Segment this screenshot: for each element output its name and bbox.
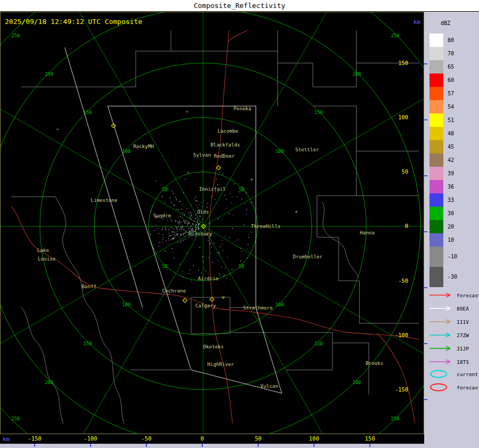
town-label: Okotoks: [203, 344, 224, 349]
colorbar-value: 36: [448, 180, 454, 193]
x-axis-label: -150: [28, 435, 41, 442]
ellipse-legend-label: forecast: [457, 385, 479, 390]
range-label: 100: [122, 302, 131, 307]
town-label: RockyMH: [133, 143, 154, 149]
town-label: Didsbury: [188, 231, 212, 237]
arrow-icon: [428, 345, 454, 352]
y-axis-label: 50: [402, 169, 408, 175]
arrow-icon: [428, 319, 454, 325]
colorbar-swatch: [430, 153, 443, 167]
town-label: Hanna: [360, 230, 375, 235]
range-label: 200: [353, 71, 361, 77]
arrow-icon: [428, 292, 454, 298]
axis-tick: [424, 119, 427, 120]
colorbar-swatch: [430, 233, 443, 247]
radar-map[interactable]: 5050505010010010010015015015015020020020…: [1, 12, 425, 435]
town-label: Blackfalds: [211, 142, 241, 148]
town-label: Airdrie: [198, 275, 219, 281]
colorbar-swatch: [430, 127, 443, 140]
site-diamond-icon: [217, 166, 221, 170]
colorbar-swatch: [430, 74, 443, 87]
colorbar-swatch: [430, 87, 443, 100]
map-marker: .: [154, 177, 157, 182]
town-label: RedDeer: [214, 153, 235, 159]
vector-legend-item: 18TS: [428, 357, 469, 366]
colorbar-value: -10: [448, 247, 457, 267]
map-marker: .: [247, 241, 250, 246]
axis-tick: [424, 175, 427, 176]
colorbar-value: 65: [448, 60, 454, 74]
town-label: Lacombe: [218, 128, 238, 134]
axis-tick: [424, 343, 427, 344]
colorbar-swatch: [430, 113, 443, 127]
range-label: 250: [391, 33, 400, 38]
y-axis-label: 0: [405, 223, 408, 229]
map-marker: *: [250, 178, 253, 183]
colorbar-swatch: [430, 207, 443, 220]
axis-tick: [424, 287, 427, 288]
arrow-icon: [428, 332, 454, 338]
colorbar-title: dBZ: [441, 20, 450, 26]
x-axis-label: 50: [255, 435, 262, 442]
colorbar-swatch: [430, 47, 443, 60]
range-label: 250: [11, 33, 20, 38]
axis-tick: [258, 444, 259, 447]
ellipse-icon: [428, 370, 454, 378]
axis-tick: [424, 399, 427, 400]
town-label: Banff: [82, 283, 97, 289]
town-label: Stettler: [295, 146, 319, 152]
colorbar-swatch: [430, 193, 443, 207]
colorbar-value: 54: [448, 100, 454, 113]
colorbar-swatch: [430, 34, 443, 47]
range-label: 150: [315, 110, 323, 115]
town-label: Louise: [38, 256, 56, 262]
range-label: 100: [276, 149, 284, 154]
x-axis-label: -50: [142, 435, 152, 442]
colorbar-swatch: [430, 180, 443, 193]
map-marker: ^: [56, 128, 59, 133]
range-label: 150: [84, 110, 92, 115]
vector-legend-item: 111V: [428, 317, 469, 326]
colorbar-swatch: [430, 167, 443, 180]
colorbar-value: 57: [448, 87, 454, 100]
town-label: Innisfail: [199, 186, 226, 192]
map-marker: ^: [186, 110, 188, 116]
vector-legend-label: 111V: [457, 319, 469, 325]
town-label: Cochrane: [162, 288, 186, 294]
vector-legend-label: forecast: [457, 292, 479, 298]
site-diamond-icon: [183, 298, 187, 303]
range-label: 200: [45, 380, 54, 385]
town-label: Vulcan: [260, 383, 278, 389]
y-axis-unit: km: [414, 19, 420, 26]
map-marker: v: [222, 295, 225, 300]
colorbar-value: 51: [448, 113, 454, 127]
axis-tick: [424, 63, 427, 64]
colorbar-value: -30: [448, 267, 457, 287]
vector-legend-label: 31JP: [457, 346, 469, 352]
colorbar-swatch: [430, 247, 443, 267]
range-label: 250: [391, 416, 400, 421]
range-rings: [1, 12, 425, 435]
range-label: 50: [162, 264, 168, 269]
colorbar-value: 70: [448, 47, 454, 60]
range-label: 50: [238, 264, 244, 269]
range-ring-labels: 5050505010010010010015015015015020020020…: [11, 33, 399, 421]
town-label: ThreeHills: [251, 223, 280, 229]
window-title: Composite_Reflectivity: [0, 0, 479, 12]
town-label: Ponoka: [234, 105, 251, 111]
axis-tick: [424, 231, 427, 232]
colorbar-swatch: [430, 100, 443, 113]
ellipse-legend-label: current: [457, 371, 478, 377]
radar-app-window: Composite_Reflectivity 50505050100100100…: [0, 0, 479, 448]
town-label: Limestone: [91, 197, 118, 203]
range-label: 200: [353, 380, 361, 385]
x-axis-label: 150: [365, 435, 375, 442]
range-label: 50: [162, 187, 168, 192]
y-axis-label: 150: [398, 60, 408, 66]
colorbar-value: 39: [448, 167, 454, 180]
vector-legend-label: 09EA: [457, 306, 469, 312]
range-label: 100: [276, 302, 284, 307]
colorbar-value: 80: [448, 34, 454, 47]
axis-tick: [34, 444, 35, 447]
arrow-icon: [428, 305, 454, 312]
